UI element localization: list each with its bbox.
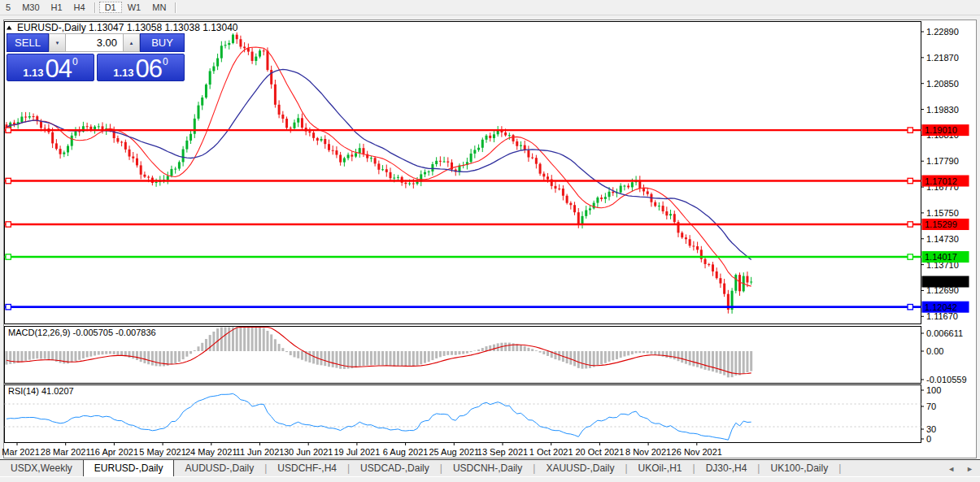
hline-handle[interactable] (6, 304, 11, 309)
timeframe-button-mn[interactable]: MN (146, 2, 172, 13)
buy-price-big: 06 (136, 59, 162, 79)
sell-price-big: 04 (46, 59, 72, 79)
hline-handle[interactable] (908, 254, 912, 259)
svg-text:1.19010: 1.19010 (925, 125, 957, 135)
buy-button[interactable]: BUY (140, 33, 185, 52)
tab-scroll-left-icon[interactable]: ◄ (947, 465, 955, 473)
svg-text:1.12042: 1.12042 (925, 302, 957, 312)
timeframe-toolbar: 5M30H1H4D1W1MN (0, 0, 980, 15)
svg-text:1 Oct 2021: 1 Oct 2021 (529, 447, 573, 457)
svg-text:1.21870: 1.21870 (926, 53, 959, 63)
hline-handle[interactable] (908, 128, 912, 132)
svg-text:5 May 2021: 5 May 2021 (139, 447, 185, 457)
buy-price-superscript: 0 (163, 57, 168, 67)
svg-text:11 Jun 2021: 11 Jun 2021 (236, 447, 285, 457)
volume-increase-button[interactable]: ▲ (123, 33, 140, 52)
tab-scroll-arrows: ◄► (947, 460, 980, 477)
svg-text:1.15299: 1.15299 (925, 219, 957, 229)
svg-text:20 Oct 2021: 20 Oct 2021 (575, 447, 624, 457)
rsi-label: RSI(14) 41.0207 (8, 386, 74, 396)
sell-price-small: 1.13 (23, 67, 43, 79)
svg-text:0.006611: 0.006611 (926, 328, 963, 338)
chevron-down-icon: ▼ (55, 41, 60, 46)
tab-separator: | (838, 460, 841, 477)
timeframe-button-h1[interactable]: H1 (46, 2, 68, 13)
svg-text:1.17012: 1.17012 (925, 176, 957, 186)
svg-text:6 Aug 2021: 6 Aug 2021 (383, 447, 429, 457)
one-click-trading-panel: SELL ▼ 3.00 ▲ BUY 1.13040 1.13060 (7, 33, 185, 81)
chart-tab-ukoil-h1[interactable]: UKOil-,H1 (628, 460, 693, 477)
sell-price-box[interactable]: 1.13040 (7, 54, 94, 81)
status-strip (0, 476, 980, 482)
svg-text:1.11670: 1.11670 (926, 311, 958, 321)
hline-handle[interactable] (908, 178, 912, 183)
volume-decrease-button[interactable]: ▼ (49, 33, 66, 52)
chevron-up-icon: ▲ (129, 41, 134, 46)
svg-text:26 Nov 2021: 26 Nov 2021 (672, 447, 722, 457)
sell-button[interactable]: SELL (7, 33, 49, 52)
chart-tab-usdcad-daily[interactable]: USDCAD-,Daily (350, 460, 440, 477)
svg-text:8 Nov 2021: 8 Nov 2021 (625, 447, 671, 457)
chart-tab-eurusd-daily[interactable]: EURUSD-,Daily (83, 459, 175, 477)
svg-text:16 Apr 2021: 16 Apr 2021 (90, 447, 138, 457)
buy-price-small: 1.13 (113, 67, 133, 79)
hline-handle[interactable] (6, 254, 11, 259)
chart-tab-usdx-weekly[interactable]: USDX,Weekly (0, 460, 83, 477)
svg-text:19 Jul 2021: 19 Jul 2021 (333, 447, 380, 457)
svg-text:25 Aug 2021: 25 Aug 2021 (429, 447, 479, 457)
timeframe-button-w1[interactable]: W1 (122, 2, 147, 13)
svg-text:0.00: 0.00 (926, 346, 943, 356)
svg-text:70: 70 (926, 402, 936, 411)
hline-handle[interactable] (6, 128, 11, 132)
hline-handle[interactable] (908, 222, 912, 227)
chart-tabs-bar: USDX,WeeklyEURUSD-,DailyAUDUSD-,Daily|US… (0, 459, 980, 477)
timeframe-button-5[interactable]: 5 (0, 2, 16, 13)
svg-text:1.14730: 1.14730 (926, 234, 959, 244)
svg-text:1.19830: 1.19830 (926, 105, 959, 115)
sell-price-superscript: 0 (72, 57, 78, 67)
svg-text:30: 30 (926, 424, 936, 434)
chart-tab-usdchf-h4[interactable]: USDCHF-,H4 (267, 460, 347, 477)
svg-text:100: 100 (926, 385, 941, 395)
svg-text:28 Mar 2021: 28 Mar 2021 (41, 447, 91, 457)
svg-text:1.22890: 1.22890 (926, 27, 959, 37)
svg-text:9 Mar 2021: 9 Mar 2021 (0, 447, 40, 457)
svg-text:0: 0 (926, 434, 931, 444)
rsi-pane[interactable] (5, 385, 921, 443)
tab-scroll-right-icon[interactable]: ► (966, 465, 973, 473)
svg-text:30 Jun 2021: 30 Jun 2021 (284, 447, 333, 457)
svg-text:-0.010559: -0.010559 (926, 375, 967, 384)
svg-text:1.20850: 1.20850 (926, 79, 959, 89)
hline-handle[interactable] (6, 222, 11, 227)
timeframe-button-h4[interactable]: H4 (68, 2, 91, 13)
toolbar-separator (175, 2, 176, 13)
svg-text:24 May 2021: 24 May 2021 (185, 447, 237, 457)
chart-tab-xauusd-daily[interactable]: XAUUSD-,Daily (535, 460, 625, 477)
timeframe-button-m30[interactable]: M30 (16, 2, 45, 13)
chart-tab-dj30-h4[interactable]: DJ30-,H4 (695, 460, 758, 477)
svg-text:1.15750: 1.15750 (926, 208, 959, 218)
svg-text:1.14017: 1.14017 (925, 252, 957, 262)
svg-text:13 Sep 2021: 13 Sep 2021 (477, 447, 528, 457)
timeframe-button-d1[interactable]: D1 (99, 2, 122, 13)
chart-ohlc-header: EURUSD-,Daily 1.13047 1.13058 1.13038 1.… (17, 22, 238, 33)
chart-tab-uk100-daily[interactable]: UK100-,Daily (760, 460, 838, 477)
hline-handle[interactable] (908, 304, 912, 309)
hline-handle[interactable] (6, 178, 11, 183)
svg-text:1.17790: 1.17790 (926, 156, 959, 166)
chart-tab-usdcnh-daily[interactable]: USDCNH-,Daily (442, 460, 533, 477)
quote-boxes-row: 1.13040 1.13060 (7, 54, 185, 81)
trade-controls-row: SELL ▼ 3.00 ▲ BUY (7, 33, 185, 52)
macd-label: MACD(12,26,9) -0.005705 -0.007836 (8, 328, 156, 337)
volume-input[interactable]: 3.00 (66, 33, 123, 52)
chart-tab-audusd-daily[interactable]: AUDUSD-,Daily (174, 460, 264, 477)
svg-text:1.13040: 1.13040 (925, 277, 957, 287)
toolbar-separator (94, 2, 96, 13)
buy-price-box[interactable]: 1.13060 (97, 54, 185, 81)
